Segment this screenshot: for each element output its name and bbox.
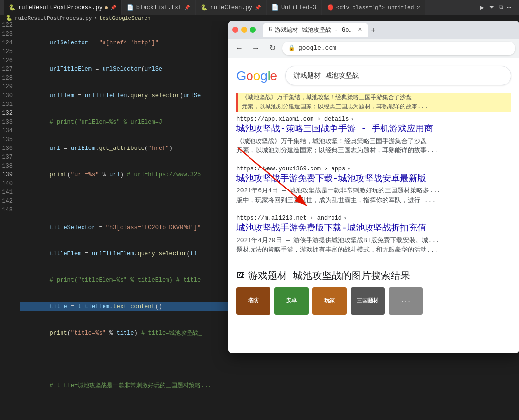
google-header: Google 游戏题材 城池攻坚战 (236, 58, 511, 93)
images-title: 🖼 游戏题材 城池攻坚战的图片搜索结果 (236, 269, 511, 282)
chrome-window: G 游戏题材 城池攻坚战 - Google 搜 × + ← → ↻ 🔒 goog… (228, 21, 519, 353)
chrome-close-button[interactable] (232, 27, 238, 33)
editor-section: 122 123 124 125 126 127 128 129 130 131 … (0, 21, 519, 420)
result-url-3: https://m.ali213.net › android ▾ (236, 215, 511, 222)
lock-icon: 🔒 (288, 44, 295, 52)
chrome-tab-bar: G 游戏题材 城池攻坚战 - Google 搜 × + (263, 23, 515, 37)
chrome-maximize-button[interactable] (250, 27, 256, 33)
html-icon: 🔴 (327, 4, 334, 11)
result-desc-2: 2021年6月4日 — 城池攻坚战是一款非常刺激好玩的三国题材策略多...版中，… (236, 186, 511, 205)
image-thumbnails: 塔防 安卓 玩家 三国题材 .. (236, 287, 511, 315)
google-page[interactable]: Google 游戏题材 城池攻坚战 《城池坚战》万千集结，城池攻坚！经典策略三国… (228, 58, 519, 353)
python-file-icon: 🐍 (6, 15, 13, 21)
address-bar[interactable]: 🔒 google.com (282, 42, 515, 55)
result-desc-1: 《城池攻坚战》万千集结，城池攻坚！经典策略三国手游集合了沙盘元素，以城池划分建造… (236, 137, 511, 156)
image-icon: 🖼 (236, 271, 244, 280)
app-container: 🐍 ruleResultPostProcess.py 📌 📄 blacklist… (0, 0, 519, 420)
thumb-1[interactable]: 塔防 (236, 287, 270, 315)
images-section: 🖼 游戏题材 城池攻坚战的图片搜索结果 塔防 安卓 玩家 (236, 265, 511, 315)
dropdown-arrow-3: ▾ (344, 215, 347, 221)
tab-rule-clean[interactable]: 🐍 ruleClean.py 📌 (196, 0, 265, 15)
debug-icon[interactable]: ⏷ (488, 3, 495, 11)
dropdown-arrow-2: ▾ (347, 166, 350, 172)
result-title-3[interactable]: 城池攻坚战手游免费版下载-城池攻坚战折扣充值 (236, 223, 511, 234)
google-search-input[interactable]: 游戏题材 城池攻坚战 (285, 66, 511, 85)
split-icon[interactable]: ⧉ (499, 4, 503, 11)
result-url-1: https://app.xiaomi.com › details ▾ (236, 116, 511, 123)
pin-icon: 📌 (110, 5, 116, 11)
result-desc-3: 2021年4月20日 — 游侠手游提供城池攻坚战BT版免费下载安装。城...题材… (236, 236, 511, 255)
chrome-minimize-button[interactable] (241, 27, 247, 33)
result-title-1[interactable]: 城池攻坚战-策略三国战争手游 - 手机游戏应用商 (236, 124, 511, 135)
pin-icon-3: 📌 (255, 5, 261, 11)
tab-untitled-3[interactable]: 📄 Untitled-3 (267, 0, 321, 15)
tab-blacklist[interactable]: 📄 blacklist.txt 📌 (122, 0, 195, 15)
back-button[interactable]: ← (232, 42, 246, 55)
dropdown-arrow-1: ▾ (351, 116, 353, 122)
code-text: urlSelector = "a[href^='http']" urlTitle… (20, 21, 230, 420)
result-url-2: https://www.youxi369.com › apps ▾ (236, 166, 511, 172)
python-icon: 🐍 (9, 4, 16, 11)
pin-icon-2: 📌 (184, 5, 190, 11)
line-numbers: 122 123 124 125 126 127 128 129 130 131 … (0, 21, 20, 420)
thumb-2[interactable]: 安卓 (274, 287, 309, 315)
google-logo: Google (236, 68, 277, 84)
tab-div-g[interactable]: 🔴 <div class="g"> Untitled-2 (322, 0, 425, 15)
chrome-toolbar: ← → ↻ 🔒 google.com (228, 39, 519, 58)
editor-terminal-area: 122 123 124 125 126 127 128 129 130 131 … (0, 21, 519, 420)
run-icon[interactable]: ▶ (480, 3, 484, 12)
file-icon: 📄 (271, 4, 279, 11)
python-icon-2: 🐍 (201, 4, 208, 11)
modified-dot (105, 6, 108, 9)
snippet-text: 《城池坚战》万千集结，城池攻坚！经典策略三国手游集合了沙盘 元素，以城池划分建造… (236, 93, 511, 112)
titlebar: 🐍 ruleResultPostProcess.py 📌 📄 blacklist… (0, 0, 519, 15)
chrome-tab-active[interactable]: G 游戏题材 城池攻坚战 - Google 搜 × (263, 23, 368, 37)
search-result-2: https://www.youxi369.com › apps ▾ 城池攻坚战手… (236, 166, 511, 205)
thumb-5[interactable]: ... (389, 287, 423, 315)
menu-icon[interactable]: ⋯ (507, 3, 511, 12)
code-editor: 122 123 124 125 126 127 128 129 130 131 … (0, 21, 230, 420)
chrome-titlebar: G 游戏题材 城池攻坚战 - Google 搜 × + (228, 21, 519, 39)
tab-rule-result[interactable]: 🐍 ruleResultPostProcess.py 📌 (4, 0, 121, 15)
forward-button[interactable]: → (249, 42, 263, 55)
result-title-2[interactable]: 城池攻坚战手游免费下载-城池攻坚战安卓最新版 (236, 173, 511, 185)
thumb-3[interactable]: 玩家 (312, 287, 347, 315)
new-tab-button[interactable]: + (369, 24, 377, 37)
tab-close-button[interactable]: × (358, 26, 362, 34)
refresh-button[interactable]: ↻ (266, 42, 279, 55)
breadcrumb: 🐍 ruleResultPostProcess.py › testGoogleS… (0, 15, 519, 21)
thumb-4[interactable]: 三国题材 (351, 287, 385, 315)
txt-icon: 📄 (127, 4, 134, 11)
search-result-1: https://app.xiaomi.com › details ▾ 城池攻坚战… (236, 116, 511, 155)
search-result-3: https://m.ali213.net › android ▾ 城池攻坚战手游… (236, 215, 511, 254)
google-favicon: G (269, 26, 272, 33)
